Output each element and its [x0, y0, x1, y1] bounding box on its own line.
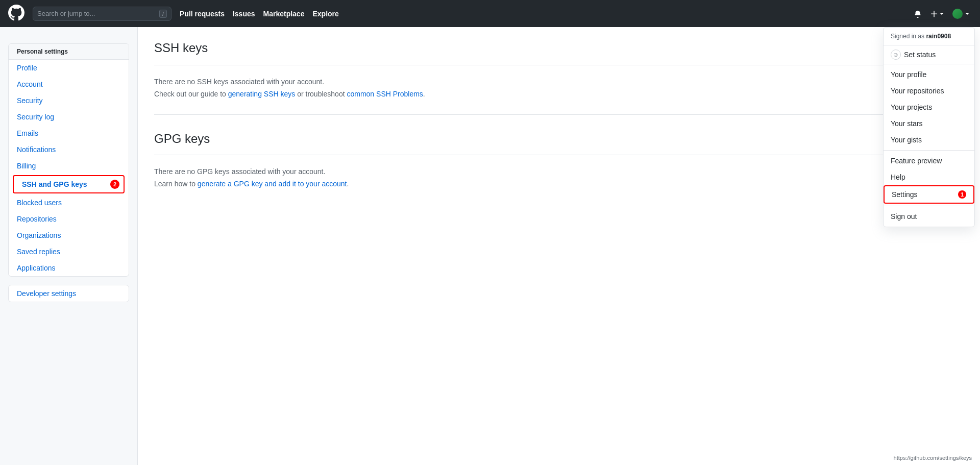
ssh-help-prefix: Check out our guide to [154, 90, 228, 98]
dropdown-group-signout: Sign out [884, 206, 974, 227]
gpg-section: GPG keys New GPG key There are no GPG ke… [154, 131, 964, 204]
sidebar-link-account[interactable]: Account [9, 76, 129, 92]
sidebar-item-ssh-gpg-keys: SSH and GPG keys 2 [9, 175, 129, 193]
sidebar-nav: Profile Account Security Security log Em… [9, 60, 129, 276]
sidebar-link-organizations[interactable]: Organizations [9, 227, 129, 243]
sidebar-item-security-log: Security log [9, 109, 129, 125]
ssh-section-header: SSH keys New SSH key 3 [154, 39, 964, 65]
sidebar-item-blocked-users: Blocked users [9, 194, 129, 211]
gpg-help-text: Learn how to generate a GPG key and add … [154, 180, 964, 188]
ssh-help-text: Check out our guide to generating SSH ke… [154, 90, 964, 98]
sidebar-item-profile: Profile [9, 60, 129, 76]
dropdown-group-1: Your profile Your repositories Your proj… [884, 64, 974, 151]
sidebar-link-developer-settings[interactable]: Developer settings [9, 285, 129, 302]
nav-explore[interactable]: Explore [312, 10, 338, 18]
ssh-empty-notice: There are no SSH keys associated with yo… [154, 78, 964, 86]
sidebar-link-billing[interactable]: Billing [9, 158, 129, 174]
personal-settings-section: Personal settings Profile Account Securi… [8, 43, 129, 277]
sidebar-link-blocked-users[interactable]: Blocked users [9, 194, 129, 211]
nav-marketplace[interactable]: Marketplace [263, 10, 305, 18]
set-status-label: Set status [904, 51, 936, 59]
sidebar-item-billing: Billing [9, 158, 129, 174]
main-container: Personal settings Profile Account Securi… [0, 27, 980, 465]
ssh-section-title: SSH keys [154, 41, 208, 55]
nav-issues[interactable]: Issues [233, 10, 255, 18]
status-smiley-icon: ☺ [891, 50, 901, 60]
sidebar-link-ssh-gpg-keys[interactable]: SSH and GPG keys [14, 176, 124, 192]
sidebar-item-developer-settings: Developer settings [9, 285, 129, 302]
sign-out-item[interactable]: Sign out [884, 208, 974, 225]
main-content: SSH keys New SSH key 3 There are no SSH … [138, 27, 980, 465]
gpg-empty-notice: There are no GPG keys associated with yo… [154, 167, 964, 176]
personal-settings-title: Personal settings [9, 44, 129, 60]
nav-pull-requests[interactable]: Pull requests [180, 10, 225, 18]
dropdown-your-projects[interactable]: Your projects [884, 99, 974, 115]
ssh-gpg-annotation: 2 [110, 180, 119, 189]
sidebar-link-security[interactable]: Security [9, 92, 129, 109]
search-kbd: / [159, 10, 167, 18]
ssh-help-link1[interactable]: generating SSH keys [228, 90, 296, 98]
dropdown-your-gists[interactable]: Your gists [884, 132, 974, 148]
dev-settings-nav: Developer settings [9, 285, 129, 302]
signed-in-label: Signed in as [891, 33, 926, 40]
dropdown-your-repositories[interactable]: Your repositories [884, 83, 974, 99]
settings-annotation: 1 [958, 190, 966, 199]
user-menu-button[interactable] [950, 7, 972, 21]
dropdown-header: Signed in as rain0908 [884, 28, 974, 45]
sidebar-link-applications[interactable]: Applications [9, 260, 129, 276]
sidebar-item-emails: Emails [9, 125, 129, 141]
sidebar-link-saved-replies[interactable]: Saved replies [9, 243, 129, 260]
dropdown-settings-label: Settings [892, 190, 918, 199]
sidebar-item-saved-replies: Saved replies [9, 243, 129, 260]
sidebar-item-applications: Applications [9, 260, 129, 276]
sidebar-link-repositories[interactable]: Repositories [9, 211, 129, 227]
developer-settings-section: Developer settings [8, 285, 129, 302]
gpg-help-prefix: Learn how to [154, 180, 198, 188]
dropdown-your-profile[interactable]: Your profile [884, 66, 974, 83]
ssh-help-link2[interactable]: common SSH Problems [347, 90, 423, 98]
avatar [952, 9, 963, 19]
ssh-gpg-active-wrapper: SSH and GPG keys 2 [13, 175, 125, 193]
dropdown-your-stars[interactable]: Your stars [884, 115, 974, 132]
url-hint: https://github.com/settings/keys [894, 455, 972, 461]
create-new-button[interactable] [928, 8, 946, 20]
dropdown-help[interactable]: Help [884, 169, 974, 185]
dropdown-group-2: Feature preview Help Settings 1 [884, 151, 974, 206]
gpg-help-link1[interactable]: generate a GPG key and add it to your ac… [198, 180, 347, 188]
sidebar-item-security: Security [9, 92, 129, 109]
dropdown-settings[interactable]: Settings 1 [884, 185, 974, 204]
main-header: / Pull requests Issues Marketplace Explo… [0, 0, 980, 27]
dropdown-feature-preview[interactable]: Feature preview [884, 153, 974, 169]
ssh-help-suffix: . [423, 90, 425, 98]
ssh-section: SSH keys New SSH key 3 There are no SSH … [154, 39, 964, 115]
sidebar-item-account: Account [9, 76, 129, 92]
sidebar-link-profile[interactable]: Profile [9, 60, 129, 76]
github-logo[interactable] [8, 5, 24, 22]
main-nav: Pull requests Issues Marketplace Explore [180, 10, 339, 18]
gpg-section-title: GPG keys [154, 132, 210, 146]
sidebar-item-organizations: Organizations [9, 227, 129, 243]
gpg-help-suffix: . [347, 180, 349, 188]
search-bar[interactable]: / [33, 7, 172, 21]
sidebar-link-emails[interactable]: Emails [9, 125, 129, 141]
search-input[interactable] [37, 10, 139, 17]
set-status-row[interactable]: ☺ Set status [884, 45, 974, 64]
gpg-section-header: GPG keys New GPG key [154, 131, 964, 155]
header-actions [912, 7, 972, 21]
ssh-help-mid: or troubleshoot [295, 90, 347, 98]
notifications-bell-button[interactable] [912, 8, 924, 20]
sidebar: Personal settings Profile Account Securi… [0, 27, 138, 465]
sidebar-link-notifications[interactable]: Notifications [9, 141, 129, 158]
sidebar-item-notifications: Notifications [9, 141, 129, 158]
sidebar-link-security-log[interactable]: Security log [9, 109, 129, 125]
user-dropdown-menu: Signed in as rain0908 ☺ Set status Your … [883, 27, 975, 227]
dropdown-username: rain0908 [926, 33, 951, 40]
sidebar-item-repositories: Repositories [9, 211, 129, 227]
